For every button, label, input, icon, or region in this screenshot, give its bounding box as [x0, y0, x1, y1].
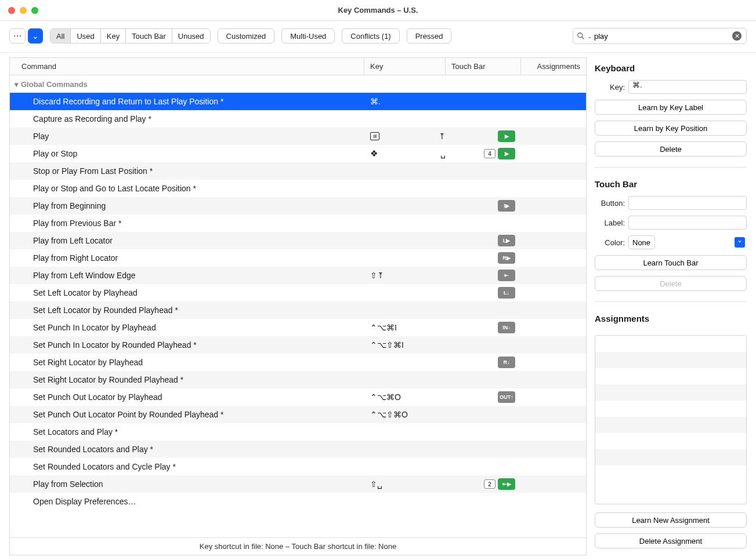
table-row[interactable]: Set Punch In Locator by Playhead⌃⌥⌘IIN↓: [10, 319, 586, 336]
col-header-key[interactable]: Key: [364, 58, 446, 75]
row-key-cell: ⇧⤒: [364, 271, 446, 280]
table-row[interactable]: Set Punch Out Locator by Playhead⌃⌥⌘OOUT…: [10, 388, 586, 406]
touchbar-button-icon: R▶: [498, 252, 515, 264]
filter-unused[interactable]: Unused: [172, 29, 210, 43]
row-command-label: Play from Left Locator: [10, 236, 364, 245]
row-touchbar-cell: L▶: [446, 235, 521, 246]
row-touchbar-cell: 4▶: [446, 148, 521, 159]
table-row[interactable]: Set Rounded Locators and Cycle Play *: [10, 458, 586, 475]
minimize-window-button[interactable]: [20, 7, 27, 14]
close-window-button[interactable]: [8, 7, 15, 14]
conflicts-button[interactable]: Conflicts (1): [342, 28, 399, 43]
fullscreen-window-button[interactable]: [31, 7, 38, 14]
table-row[interactable]: Set Punch Out Locator Point by Rounded P…: [10, 406, 586, 423]
row-command-label: Set Locators and Play *: [10, 427, 364, 437]
row-command-label: Set Punch Out Locator Point by Rounded P…: [10, 410, 364, 419]
table-row[interactable]: Discard Recording and Return to Last Pla…: [10, 93, 586, 110]
touchbar-button-icon: R↓: [498, 357, 515, 368]
table-row[interactable]: Stop or Play From Last Position *: [10, 162, 586, 180]
search-field[interactable]: ⌄ ✕: [573, 28, 747, 44]
toolbar: ⋯ ⌄ AllUsedKeyTouch BarUnused Customized…: [0, 21, 756, 53]
row-command-label: Play from Beginning: [10, 201, 364, 210]
row-touchbar-cell: IN↓: [446, 322, 521, 333]
table-row[interactable]: Play from Selection⇧␣2⇤▶: [10, 475, 586, 493]
table-row[interactable]: Open Display Preferences…: [10, 493, 586, 510]
row-command-label: Set Rounded Locators and Cycle Play *: [10, 462, 364, 471]
status-bar: Key shortcut in file: None – Touch Bar s…: [10, 537, 586, 555]
row-command-label: Set Left Locator by Rounded Playhead *: [10, 306, 364, 315]
keypad-icon: ⊞: [370, 132, 379, 140]
table-row[interactable]: Play from Previous Bar *: [10, 214, 586, 232]
row-key-shortcut: ⌘.: [370, 97, 381, 106]
table-row[interactable]: Play from BeginningI▶: [10, 197, 586, 214]
row-command-label: Play or Stop: [10, 149, 364, 158]
table-row[interactable]: Set Left Locator by Rounded Playhead *: [10, 301, 586, 319]
table-row[interactable]: Play from Left Window Edge⇧⤒⇤: [10, 267, 586, 284]
key-value-field[interactable]: ⌘.: [628, 80, 747, 94]
inspector-sidebar: Keyboard Key: ⌘. Learn by Key Label Lear…: [587, 53, 756, 560]
row-command-label: Open Display Preferences…: [10, 497, 364, 506]
stack-icon: ❖: [370, 148, 378, 159]
clear-search-button[interactable]: ✕: [732, 31, 741, 41]
assignment-count-badge: 2: [484, 479, 495, 489]
row-command-label: Play or Stop and Go to Last Locate Posit…: [10, 184, 364, 193]
tb-button-label: Button:: [595, 199, 625, 208]
learn-by-key-position-button[interactable]: Learn by Key Position: [595, 121, 747, 136]
learn-touch-bar-button[interactable]: Learn Touch Bar: [595, 255, 747, 270]
table-row[interactable]: Set Locators and Play *: [10, 423, 586, 441]
table-row[interactable]: Set Rounded Locators and Play *: [10, 441, 586, 458]
col-header-assignments[interactable]: Assignments: [521, 58, 586, 75]
multi-used-button[interactable]: Multi-Used: [281, 28, 335, 43]
table-row[interactable]: Set Right Locator by PlayheadR↓: [10, 354, 586, 371]
row-touchbar-cell: 2⇤▶: [446, 478, 521, 490]
group-row[interactable]: ▾ Global Commands: [10, 75, 586, 93]
delete-assignment-button[interactable]: Delete Assignment: [595, 533, 747, 548]
table-row[interactable]: Play from Right LocatorR▶: [10, 249, 586, 267]
touchbar-heading: Touch Bar: [595, 179, 747, 189]
table-row[interactable]: Play⊞⤒▶: [10, 128, 586, 145]
assignments-list[interactable]: [595, 335, 747, 504]
filter-all[interactable]: All: [50, 29, 71, 43]
col-header-command[interactable]: Command: [10, 58, 364, 75]
assignment-count-badge: 4: [484, 149, 495, 158]
ellipsis-icon: ⋯: [13, 31, 21, 41]
table-row[interactable]: Capture as Recording and Play *: [10, 110, 586, 128]
row-key-cell: ⌃⌥⇧⌘O: [364, 410, 446, 419]
row-touchbar-cell: I▶: [446, 200, 521, 212]
table-row[interactable]: Play from Left LocatorL▶: [10, 232, 586, 249]
tb-button-field[interactable]: [628, 196, 747, 210]
col-header-touchbar[interactable]: Touch Bar: [446, 58, 521, 75]
row-command-label: Play from Left Window Edge: [10, 271, 364, 280]
table-row[interactable]: Set Left Locator by PlayheadL↓: [10, 284, 586, 301]
table-row[interactable]: Set Right Locator by Rounded Playhead *: [10, 371, 586, 388]
options-menu-button[interactable]: ⋯: [9, 28, 26, 43]
tb-label-field[interactable]: [628, 216, 747, 230]
learn-by-key-label-button[interactable]: Learn by Key Label: [595, 100, 747, 115]
table-row[interactable]: Play or Stop and Go to Last Locate Posit…: [10, 180, 586, 197]
learn-new-assignment-button[interactable]: Learn New Assignment: [595, 512, 747, 528]
filter-touch-bar[interactable]: Touch Bar: [126, 29, 172, 43]
tb-color-select[interactable]: None: [628, 235, 655, 249]
filter-used[interactable]: Used: [71, 29, 100, 43]
customized-button[interactable]: Customized: [218, 28, 275, 43]
touchbar-button-icon: L↓: [498, 287, 515, 299]
search-input[interactable]: [594, 32, 730, 41]
table-row[interactable]: Play or Stop❖␣4▶: [10, 145, 586, 162]
touchbar-button-icon: ▶: [498, 148, 515, 159]
pressed-button[interactable]: Pressed: [407, 28, 452, 43]
filter-key[interactable]: Key: [101, 29, 126, 43]
filter-dropdown-button[interactable]: ⌄: [28, 28, 43, 43]
row-touchbar-cell: L↓: [446, 287, 521, 299]
row-command-label: Set Left Locator by Playhead: [10, 288, 364, 297]
delete-key-button[interactable]: Delete: [595, 141, 747, 157]
table-header: Command Key Touch Bar Assignments: [10, 58, 586, 75]
table-row[interactable]: Set Punch In Locator by Rounded Playhead…: [10, 336, 586, 354]
row-command-label: Stop or Play From Last Position *: [10, 166, 364, 176]
row-command-label: Set Right Locator by Playhead: [10, 358, 364, 367]
touchbar-button-icon: I▶: [498, 200, 515, 212]
row-key-shortcut: ⌃⌥⇧⌘I: [370, 340, 404, 350]
row-command-label: Play from Right Locator: [10, 253, 364, 263]
svg-line-1: [582, 37, 584, 39]
row-command-label: Discard Recording and Return to Last Pla…: [10, 97, 364, 106]
row-touchbar-cell: R↓: [446, 357, 521, 368]
